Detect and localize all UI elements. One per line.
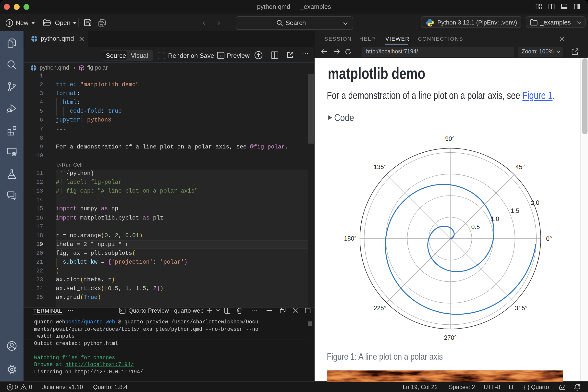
svg-text:2.0: 2.0 [531,199,539,206]
svg-text:45°: 45° [515,163,524,170]
svg-text:315°: 315° [514,304,527,311]
svg-text:225°: 225° [374,304,386,311]
svg-text:180°: 180° [344,235,356,242]
svg-text:0°: 0° [546,235,552,242]
svg-text:0.5: 0.5 [471,223,480,230]
svg-text:90°: 90° [445,135,454,142]
svg-text:270°: 270° [444,334,456,341]
svg-text:1.5: 1.5 [510,207,519,214]
svg-text:135°: 135° [374,163,386,170]
svg-text:1.0: 1.0 [490,215,499,222]
